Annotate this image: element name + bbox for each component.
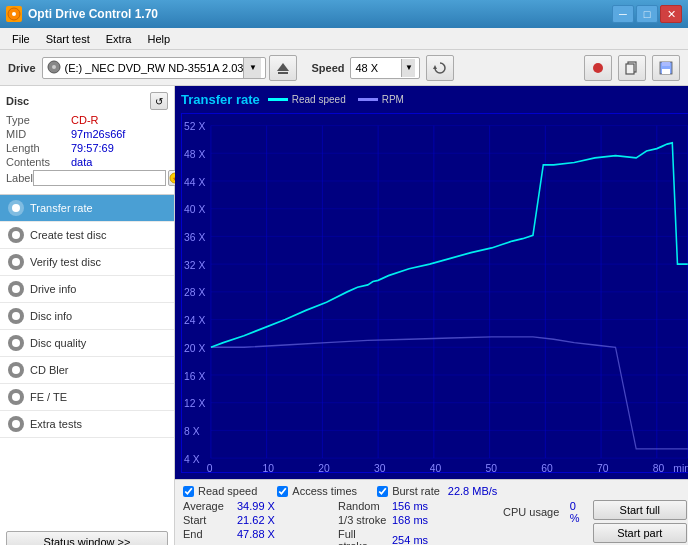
disc-label-input[interactable] — [33, 170, 166, 186]
svg-text:8 X: 8 X — [184, 425, 200, 438]
random-label: Random — [338, 500, 388, 512]
svg-rect-5 — [278, 72, 288, 74]
disc-mid-value: 97m26s66f — [71, 128, 168, 140]
svg-point-1 — [12, 12, 16, 16]
label-access-times: Access times — [292, 485, 357, 497]
nav-icon-verify-test-disc — [8, 254, 24, 270]
chart-wrapper: 52 X 48 X 44 X 40 X 36 X 32 X 28 X 24 X … — [181, 113, 688, 473]
svg-point-7 — [593, 63, 603, 73]
stat-start: Start 21.62 X — [183, 514, 338, 526]
legend-rpm: RPM — [358, 94, 404, 105]
one-third-value: 168 ms — [392, 514, 428, 526]
save-button[interactable] — [652, 55, 680, 81]
svg-text:20: 20 — [318, 461, 329, 472]
chart-legend: Read speed RPM — [268, 94, 404, 105]
nav-label-fe-te: FE / TE — [30, 391, 67, 403]
maximize-button[interactable]: □ — [636, 5, 658, 23]
checkbox-access-times[interactable] — [277, 486, 288, 497]
start-part-button[interactable]: Start part — [593, 523, 687, 543]
sidebar-item-verify-test-disc[interactable]: Verify test disc — [0, 249, 174, 276]
app-title: Opti Drive Control 1.70 — [28, 7, 612, 21]
legend-rpm-color — [358, 98, 378, 101]
sidebar-item-drive-info[interactable]: Drive info — [0, 276, 174, 303]
disc-contents-label: Contents — [6, 156, 71, 168]
speed-dropdown-btn[interactable]: ▼ — [401, 59, 415, 77]
svg-rect-9 — [626, 64, 634, 74]
nav-icon-drive-info — [8, 281, 24, 297]
disc-label-label: Label — [6, 172, 33, 184]
menu-start-test[interactable]: Start test — [38, 31, 98, 47]
svg-text:12 X: 12 X — [184, 397, 206, 410]
average-value: 34.99 X — [237, 500, 275, 512]
sidebar: Disc ↺ Type CD-R MID 97m26s66f Length 79… — [0, 86, 175, 545]
svg-text:40: 40 — [430, 461, 441, 472]
stat-one-third: 1/3 stroke 168 ms — [338, 514, 503, 526]
sidebar-item-transfer-rate[interactable]: Transfer rate — [0, 195, 174, 222]
minimize-button[interactable]: ─ — [612, 5, 634, 23]
disc-row-length: Length 79:57:69 — [6, 142, 168, 154]
speed-select[interactable]: 48 X ▼ — [350, 57, 420, 79]
stats-grid: Average 34.99 X Start 21.62 X End 47.88 … — [183, 500, 687, 545]
copy-button[interactable] — [618, 55, 646, 81]
eject-button[interactable] — [269, 55, 297, 81]
svg-text:50: 50 — [485, 461, 496, 472]
svg-text:20 X: 20 X — [184, 341, 206, 354]
record-button[interactable] — [584, 55, 612, 81]
drive-select[interactable]: (E:) _NEC DVD_RW ND-3551A 2.03 ▼ — [42, 57, 267, 79]
sidebar-item-fe-te[interactable]: FE / TE — [0, 384, 174, 411]
nav-label-verify-test-disc: Verify test disc — [30, 256, 101, 268]
svg-text:10: 10 — [263, 461, 274, 472]
refresh-button[interactable] — [426, 55, 454, 81]
stat-cpu: CPU usage 0 % — [503, 500, 587, 524]
label-read-speed: Read speed — [198, 485, 257, 497]
svg-text:48 X: 48 X — [184, 147, 206, 160]
sidebar-item-cd-bler[interactable]: CD Bler — [0, 357, 174, 384]
speed-label: Speed — [311, 62, 344, 74]
svg-text:60: 60 — [541, 461, 552, 472]
checkbox-burst-rate[interactable] — [377, 486, 388, 497]
chart-svg: 52 X 48 X 44 X 40 X 36 X 32 X 28 X 24 X … — [182, 114, 688, 472]
sidebar-item-disc-info[interactable]: Disc info — [0, 303, 174, 330]
start-value: 21.62 X — [237, 514, 275, 526]
drive-label: Drive — [8, 62, 36, 74]
stat-random: Random 156 ms — [338, 500, 503, 512]
burst-rate-value: 22.8 MB/s — [448, 485, 498, 497]
drive-icon — [47, 60, 61, 76]
checkbox-read-speed[interactable] — [183, 486, 194, 497]
drive-dropdown-btn[interactable]: ▼ — [243, 58, 261, 78]
nav-icon-disc-info — [8, 308, 24, 324]
titlebar: Opti Drive Control 1.70 ─ □ ✕ — [0, 0, 688, 28]
menu-help[interactable]: Help — [139, 31, 178, 47]
disc-contents-value: data — [71, 156, 168, 168]
right-panel: Transfer rate Read speed RPM — [175, 86, 688, 545]
disc-length-value: 79:57:69 — [71, 142, 168, 154]
content-area: Disc ↺ Type CD-R MID 97m26s66f Length 79… — [0, 86, 688, 545]
svg-text:36 X: 36 X — [184, 230, 206, 243]
sidebar-item-disc-quality[interactable]: Disc quality — [0, 330, 174, 357]
nav-icon-create-test-disc — [8, 227, 24, 243]
svg-text:4 X: 4 X — [184, 452, 200, 465]
nav-label-drive-info: Drive info — [30, 283, 76, 295]
check-access-times: Access times — [277, 485, 357, 497]
nav-label-disc-info: Disc info — [30, 310, 72, 322]
svg-text:32 X: 32 X — [184, 258, 206, 271]
sidebar-item-extra-tests[interactable]: Extra tests — [0, 411, 174, 438]
cpu-label: CPU usage — [503, 506, 566, 518]
legend-rpm-label: RPM — [382, 94, 404, 105]
stats-bottom: Read speed Access times Burst rate 22.8 … — [175, 479, 688, 545]
menu-extra[interactable]: Extra — [98, 31, 140, 47]
disc-type-value: CD-R — [71, 114, 168, 126]
svg-text:44 X: 44 X — [184, 175, 206, 188]
nav-label-transfer-rate: Transfer rate — [30, 202, 93, 214]
svg-text:70: 70 — [597, 461, 608, 472]
average-label: Average — [183, 500, 233, 512]
sidebar-item-create-test-disc[interactable]: Create test disc — [0, 222, 174, 249]
menu-file[interactable]: File — [4, 31, 38, 47]
nav-label-disc-quality: Disc quality — [30, 337, 86, 349]
status-window-button[interactable]: Status window >> — [6, 531, 168, 545]
chart-title: Transfer rate — [181, 92, 260, 107]
close-button[interactable]: ✕ — [660, 5, 682, 23]
chart-area: Transfer rate Read speed RPM — [175, 86, 688, 479]
disc-refresh-button[interactable]: ↺ — [150, 92, 168, 110]
start-full-button[interactable]: Start full — [593, 500, 687, 520]
